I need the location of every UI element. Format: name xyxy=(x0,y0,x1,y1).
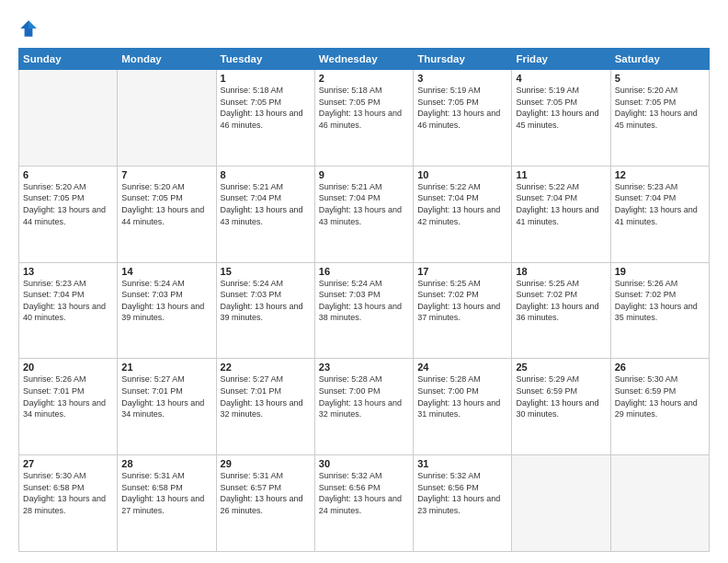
day-info: Sunrise: 5:18 AM Sunset: 7:05 PM Dayligh… xyxy=(221,85,311,131)
calendar-cell: 2Sunrise: 5:18 AM Sunset: 7:05 PM Daylig… xyxy=(314,70,413,167)
day-info: Sunrise: 5:19 AM Sunset: 7:05 PM Dayligh… xyxy=(417,85,507,131)
day-info: Sunrise: 5:30 AM Sunset: 6:59 PM Dayligh… xyxy=(615,373,705,419)
calendar-cell: 6Sunrise: 5:20 AM Sunset: 7:05 PM Daylig… xyxy=(19,166,118,262)
calendar-cell: 31Sunrise: 5:32 AM Sunset: 6:56 PM Dayli… xyxy=(414,455,512,552)
day-header-monday: Monday xyxy=(118,49,216,70)
calendar-cell: 9Sunrise: 5:21 AM Sunset: 7:04 PM Daylig… xyxy=(314,166,413,262)
calendar-cell xyxy=(118,70,216,167)
day-info: Sunrise: 5:23 AM Sunset: 7:04 PM Dayligh… xyxy=(615,181,705,227)
page: SundayMondayTuesdayWednesdayThursdayFrid… xyxy=(0,0,728,563)
day-info: Sunrise: 5:22 AM Sunset: 7:04 PM Dayligh… xyxy=(516,181,606,227)
day-number: 5 xyxy=(615,73,705,84)
calendar-week-3: 20Sunrise: 5:26 AM Sunset: 7:01 PM Dayli… xyxy=(19,359,710,455)
day-number: 12 xyxy=(615,169,705,180)
day-info: Sunrise: 5:27 AM Sunset: 7:01 PM Dayligh… xyxy=(221,373,311,419)
day-info: Sunrise: 5:32 AM Sunset: 6:56 PM Dayligh… xyxy=(319,470,409,516)
day-header-sunday: Sunday xyxy=(19,49,118,70)
calendar-cell: 17Sunrise: 5:25 AM Sunset: 7:02 PM Dayli… xyxy=(414,262,512,359)
calendar-cell: 12Sunrise: 5:23 AM Sunset: 7:04 PM Dayli… xyxy=(610,166,709,262)
calendar-cell: 16Sunrise: 5:24 AM Sunset: 7:03 PM Dayli… xyxy=(314,262,413,359)
calendar-cell: 3Sunrise: 5:19 AM Sunset: 7:05 PM Daylig… xyxy=(414,70,512,167)
calendar-cell: 11Sunrise: 5:22 AM Sunset: 7:04 PM Dayli… xyxy=(512,166,610,262)
calendar-cell: 19Sunrise: 5:26 AM Sunset: 7:02 PM Dayli… xyxy=(610,262,709,359)
calendar-cell: 25Sunrise: 5:29 AM Sunset: 6:59 PM Dayli… xyxy=(512,359,610,455)
day-number: 16 xyxy=(319,266,409,277)
day-number: 9 xyxy=(319,169,409,180)
day-info: Sunrise: 5:24 AM Sunset: 7:03 PM Dayligh… xyxy=(121,278,211,324)
day-info: Sunrise: 5:21 AM Sunset: 7:04 PM Dayligh… xyxy=(221,181,311,227)
calendar-cell: 27Sunrise: 5:30 AM Sunset: 6:58 PM Dayli… xyxy=(19,455,118,552)
calendar-week-1: 6Sunrise: 5:20 AM Sunset: 7:05 PM Daylig… xyxy=(19,166,710,262)
calendar-cell: 30Sunrise: 5:32 AM Sunset: 6:56 PM Dayli… xyxy=(314,455,413,552)
calendar-cell: 29Sunrise: 5:31 AM Sunset: 6:57 PM Dayli… xyxy=(216,455,314,552)
day-number: 17 xyxy=(417,266,507,277)
day-info: Sunrise: 5:21 AM Sunset: 7:04 PM Dayligh… xyxy=(319,181,409,227)
day-number: 3 xyxy=(417,73,507,84)
calendar-cell: 14Sunrise: 5:24 AM Sunset: 7:03 PM Dayli… xyxy=(118,262,216,359)
calendar-cell: 28Sunrise: 5:31 AM Sunset: 6:58 PM Dayli… xyxy=(118,455,216,552)
calendar-week-0: 1Sunrise: 5:18 AM Sunset: 7:05 PM Daylig… xyxy=(19,70,710,167)
day-info: Sunrise: 5:19 AM Sunset: 7:05 PM Dayligh… xyxy=(516,85,606,131)
day-info: Sunrise: 5:31 AM Sunset: 6:57 PM Dayligh… xyxy=(221,470,311,516)
day-info: Sunrise: 5:22 AM Sunset: 7:04 PM Dayligh… xyxy=(417,181,507,227)
calendar-cell: 23Sunrise: 5:28 AM Sunset: 7:00 PM Dayli… xyxy=(314,359,413,455)
calendar-cell: 8Sunrise: 5:21 AM Sunset: 7:04 PM Daylig… xyxy=(216,166,314,262)
calendar-cell: 22Sunrise: 5:27 AM Sunset: 7:01 PM Dayli… xyxy=(216,359,314,455)
calendar-cell xyxy=(610,455,709,552)
day-info: Sunrise: 5:26 AM Sunset: 7:01 PM Dayligh… xyxy=(23,373,113,419)
day-number: 19 xyxy=(615,266,705,277)
day-number: 7 xyxy=(121,169,211,180)
day-number: 13 xyxy=(23,266,113,277)
logo-icon xyxy=(18,18,39,39)
calendar-table: SundayMondayTuesdayWednesdayThursdayFrid… xyxy=(18,48,710,552)
day-number: 28 xyxy=(121,458,211,469)
day-info: Sunrise: 5:20 AM Sunset: 7:05 PM Dayligh… xyxy=(23,181,113,227)
day-number: 11 xyxy=(516,169,606,180)
day-number: 27 xyxy=(23,458,113,469)
calendar-cell: 18Sunrise: 5:25 AM Sunset: 7:02 PM Dayli… xyxy=(512,262,610,359)
day-number: 10 xyxy=(417,169,507,180)
calendar-cell: 26Sunrise: 5:30 AM Sunset: 6:59 PM Dayli… xyxy=(610,359,709,455)
day-number: 4 xyxy=(516,73,606,84)
day-header-wednesday: Wednesday xyxy=(314,49,413,70)
calendar-week-4: 27Sunrise: 5:30 AM Sunset: 6:58 PM Dayli… xyxy=(19,455,710,552)
day-info: Sunrise: 5:31 AM Sunset: 6:58 PM Dayligh… xyxy=(121,470,211,516)
day-number: 30 xyxy=(319,458,409,469)
day-info: Sunrise: 5:24 AM Sunset: 7:03 PM Dayligh… xyxy=(319,278,409,324)
day-number: 1 xyxy=(221,73,311,84)
day-number: 24 xyxy=(417,362,507,373)
day-header-saturday: Saturday xyxy=(610,49,709,70)
calendar-week-2: 13Sunrise: 5:23 AM Sunset: 7:04 PM Dayli… xyxy=(19,262,710,359)
day-number: 15 xyxy=(221,266,311,277)
day-info: Sunrise: 5:29 AM Sunset: 6:59 PM Dayligh… xyxy=(516,373,606,419)
day-header-thursday: Thursday xyxy=(414,49,512,70)
day-number: 23 xyxy=(319,362,409,373)
day-number: 14 xyxy=(121,266,211,277)
calendar-cell: 5Sunrise: 5:20 AM Sunset: 7:05 PM Daylig… xyxy=(610,70,709,167)
day-info: Sunrise: 5:30 AM Sunset: 6:58 PM Dayligh… xyxy=(23,470,113,516)
day-info: Sunrise: 5:25 AM Sunset: 7:02 PM Dayligh… xyxy=(417,278,507,324)
day-number: 20 xyxy=(23,362,113,373)
day-number: 29 xyxy=(221,458,311,469)
day-info: Sunrise: 5:28 AM Sunset: 7:00 PM Dayligh… xyxy=(319,373,409,419)
calendar-cell xyxy=(19,70,118,167)
header xyxy=(18,17,710,39)
calendar-cell: 4Sunrise: 5:19 AM Sunset: 7:05 PM Daylig… xyxy=(512,70,610,167)
day-number: 25 xyxy=(516,362,606,373)
day-number: 18 xyxy=(516,266,606,277)
day-number: 31 xyxy=(417,458,507,469)
day-info: Sunrise: 5:26 AM Sunset: 7:02 PM Dayligh… xyxy=(615,278,705,324)
calendar-cell: 13Sunrise: 5:23 AM Sunset: 7:04 PM Dayli… xyxy=(19,262,118,359)
day-info: Sunrise: 5:28 AM Sunset: 7:00 PM Dayligh… xyxy=(417,373,507,419)
calendar-cell: 7Sunrise: 5:20 AM Sunset: 7:05 PM Daylig… xyxy=(118,166,216,262)
day-info: Sunrise: 5:23 AM Sunset: 7:04 PM Dayligh… xyxy=(23,278,113,324)
day-info: Sunrise: 5:27 AM Sunset: 7:01 PM Dayligh… xyxy=(121,373,211,419)
logo xyxy=(18,20,42,39)
calendar-cell: 15Sunrise: 5:24 AM Sunset: 7:03 PM Dayli… xyxy=(216,262,314,359)
day-info: Sunrise: 5:18 AM Sunset: 7:05 PM Dayligh… xyxy=(319,85,409,131)
day-info: Sunrise: 5:20 AM Sunset: 7:05 PM Dayligh… xyxy=(615,85,705,131)
day-number: 21 xyxy=(121,362,211,373)
day-info: Sunrise: 5:24 AM Sunset: 7:03 PM Dayligh… xyxy=(221,278,311,324)
calendar-cell: 20Sunrise: 5:26 AM Sunset: 7:01 PM Dayli… xyxy=(19,359,118,455)
day-number: 2 xyxy=(319,73,409,84)
